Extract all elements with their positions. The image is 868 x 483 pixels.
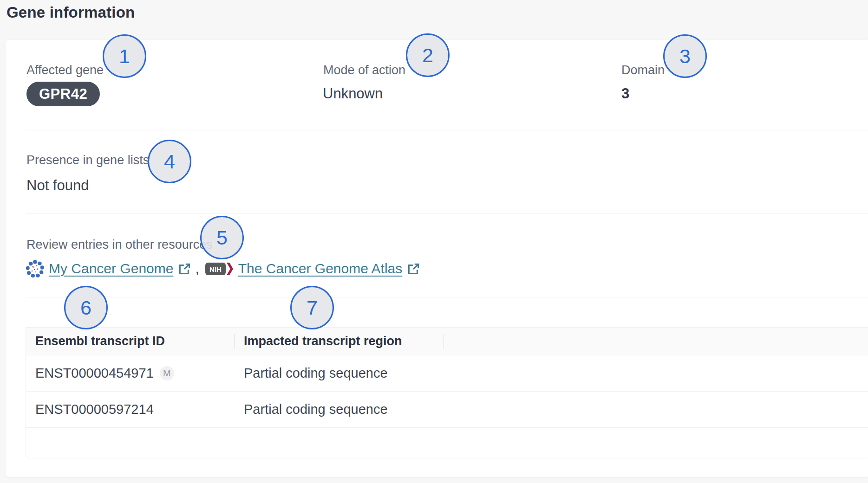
transcript-table-header: Ensembl transcript ID Impacted transcrip…	[26, 328, 868, 355]
gene-lists-label: Presence in gene lists	[26, 153, 149, 167]
transcript-id-value: ENST00000454971	[35, 366, 154, 381]
column-header-empty	[444, 328, 868, 355]
page-title: Gene information	[7, 4, 135, 21]
annotation-marker-1: 1	[103, 34, 146, 78]
mode-of-action-value: Unknown	[323, 85, 383, 102]
section-divider	[26, 130, 868, 130]
domain-label: Domain	[621, 63, 665, 77]
annotation-marker-5: 5	[200, 216, 244, 259]
affected-gene-tag[interactable]: GPR42	[26, 82, 100, 106]
resources-label: Review entries in other resources	[26, 238, 213, 252]
annotation-marker-3: 3	[663, 34, 707, 78]
external-link-icon[interactable]	[407, 263, 420, 275]
column-header-impacted-region: Impacted transcript region	[235, 328, 444, 355]
external-link-icon[interactable]	[178, 263, 191, 275]
affected-gene-label: Affected gene	[26, 63, 104, 77]
link-separator: ,	[195, 261, 199, 277]
column-header-transcript-id: Ensembl transcript ID	[26, 328, 235, 355]
my-cancer-genome-logo-icon	[26, 259, 45, 278]
gene-information-page: Gene information Affected gene GPR42 Mod…	[0, 0, 868, 483]
my-cancer-genome-link[interactable]: My Cancer Genome	[49, 261, 173, 277]
table-row: ENST00000454971 M Partial coding sequenc…	[26, 355, 868, 392]
section-divider	[26, 297, 868, 297]
annotation-marker-6: 6	[64, 286, 108, 329]
transcript-id-cell: ENST00000597214	[26, 392, 235, 427]
annotation-marker-2: 2	[406, 33, 450, 77]
annotation-marker-7: 7	[290, 286, 334, 329]
annotation-marker-4: 4	[148, 140, 191, 183]
transcript-id-cell: ENST00000454971 M	[26, 355, 235, 391]
transcript-id-value: ENST00000597214	[35, 402, 154, 417]
impacted-region-cell: Partial coding sequence	[235, 392, 444, 427]
nih-logo-icon: NIH	[205, 262, 234, 276]
domain-value: 3	[621, 85, 629, 102]
mane-badge: M	[160, 366, 174, 380]
cancer-genome-atlas-link[interactable]: The Cancer Genome Atlas	[238, 261, 403, 277]
impacted-region-cell: Partial coding sequence	[235, 355, 444, 391]
resource-links-row: My Cancer Genome , NIH The Cancer Genome…	[26, 258, 420, 279]
transcript-table: Ensembl transcript ID Impacted transcrip…	[26, 327, 868, 458]
table-row: ENST00000597214 Partial coding sequence	[26, 392, 868, 428]
mode-of-action-label: Mode of action	[323, 63, 405, 77]
svg-text:NIH: NIH	[209, 265, 222, 273]
section-divider	[26, 213, 868, 213]
gene-lists-value: Not found	[26, 177, 89, 194]
